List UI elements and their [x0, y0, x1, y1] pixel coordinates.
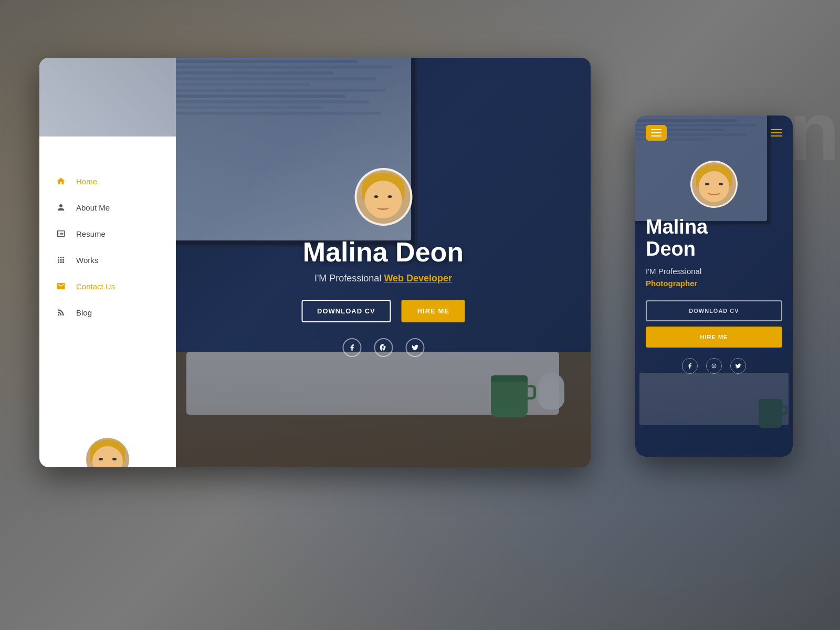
mobile-avatar-face: [692, 162, 736, 206]
home-icon: [55, 175, 67, 187]
sidebar-avatar-wrapper: [39, 58, 176, 136]
svg-text:p: p: [713, 364, 715, 368]
mobile-hamburger-button[interactable]: [646, 125, 667, 141]
mobile-smile: [708, 190, 720, 195]
mobile-eye-left: [705, 183, 709, 185]
sidebar-item-blog[interactable]: Blog: [39, 299, 176, 326]
eye-right: [112, 458, 117, 460]
sidebar-item-resume[interactable]: Resume: [39, 220, 176, 247]
hire-me-button[interactable]: HIRE ME: [402, 300, 465, 322]
resume-label: Resume: [76, 229, 106, 238]
mobile-eyes: [699, 183, 730, 185]
avatar-eyes: [92, 458, 122, 460]
resume-icon: [55, 228, 67, 239]
mobile-tagline: I'M Professional: [646, 267, 782, 276]
right-line-2: [771, 132, 782, 133]
hero-smile: [377, 205, 390, 210]
sidebar-item-works[interactable]: Works: [39, 247, 176, 273]
hero-eye-left: [374, 195, 379, 198]
mobile-highlight: Photographer: [646, 279, 782, 288]
right-line-3: [771, 135, 782, 136]
mobile-social-icons: p: [646, 358, 782, 374]
hero-avatar: [354, 168, 412, 226]
sidebar-item-about[interactable]: About Me: [39, 194, 176, 220]
twitter-icon[interactable]: [405, 338, 424, 357]
avatar-face: [86, 438, 129, 467]
mobile-skin: [699, 171, 730, 202]
works-label: Works: [76, 256, 98, 265]
mobile-name-line2: Deon: [646, 238, 696, 260]
mobile-name: Malina Deon: [646, 216, 782, 260]
mobile-preview-card: Malina Deon I'M Professional Photographe…: [635, 116, 793, 457]
mobile-facebook-icon[interactable]: [682, 358, 698, 374]
home-label: Home: [76, 177, 97, 186]
works-icon: [55, 254, 67, 266]
mobile-name-line1: Malina: [646, 216, 708, 238]
mobile-content: Malina Deon I'M Professional Photographe…: [635, 150, 793, 374]
sidebar-avatar: [84, 436, 131, 467]
hamburger-line-2: [651, 132, 662, 133]
mobile-download-button[interactable]: DOWNLOAD CV: [646, 300, 782, 321]
right-line-1: [771, 129, 782, 130]
blog-icon: [55, 307, 67, 318]
hero-avatar-face: [356, 170, 410, 224]
hero-eye-right: [388, 195, 392, 198]
mobile-pinterest-icon[interactable]: p: [706, 358, 722, 374]
mobile-header: [635, 116, 793, 150]
avatar-smile: [101, 465, 114, 467]
hamburger-line-1: [651, 129, 662, 130]
sidebar: Home About Me Resume: [39, 58, 176, 467]
tagline-highlight: Web Developer: [384, 273, 452, 284]
nav-menu: Home About Me Resume: [39, 163, 176, 331]
mobile-avatar: [690, 161, 738, 208]
hero-buttons: DOWNLOAD CV HIRE ME: [197, 300, 570, 322]
blog-label: Blog: [76, 308, 92, 317]
download-cv-button[interactable]: DOWNLOAD CV: [301, 300, 391, 322]
pinterest-icon[interactable]: [374, 338, 393, 357]
mobile-menu-right[interactable]: [771, 129, 782, 136]
eye-left: [99, 458, 103, 460]
mobile-eye-right: [719, 183, 723, 185]
mobile-twitter-icon[interactable]: [730, 358, 746, 374]
sidebar-item-contact[interactable]: Contact Us: [39, 273, 176, 299]
main-content: Malina Deon I'M Professional Web Develop…: [176, 58, 591, 467]
hamburger-line-3: [651, 135, 662, 136]
contact-label: Contact Us: [76, 282, 115, 291]
about-icon: [55, 202, 67, 213]
hero-eyes: [364, 195, 402, 198]
facebook-icon[interactable]: [342, 338, 361, 357]
hero-name: Malina Deon: [197, 236, 570, 268]
social-icons: [197, 338, 570, 357]
sidebar-item-home[interactable]: Home: [39, 168, 176, 194]
tagline-plain: I'M Professional: [314, 273, 384, 284]
about-label: About Me: [76, 203, 110, 212]
desktop-card: Home About Me Resume: [39, 58, 591, 467]
hero-skin: [364, 181, 402, 218]
mobile-hire-button[interactable]: HIRE ME: [646, 327, 782, 348]
contact-icon: [55, 280, 67, 292]
hero-tagline: I'M Professional Web Developer: [197, 273, 570, 284]
hero-content: Malina Deon I'M Professional Web Develop…: [197, 168, 570, 357]
